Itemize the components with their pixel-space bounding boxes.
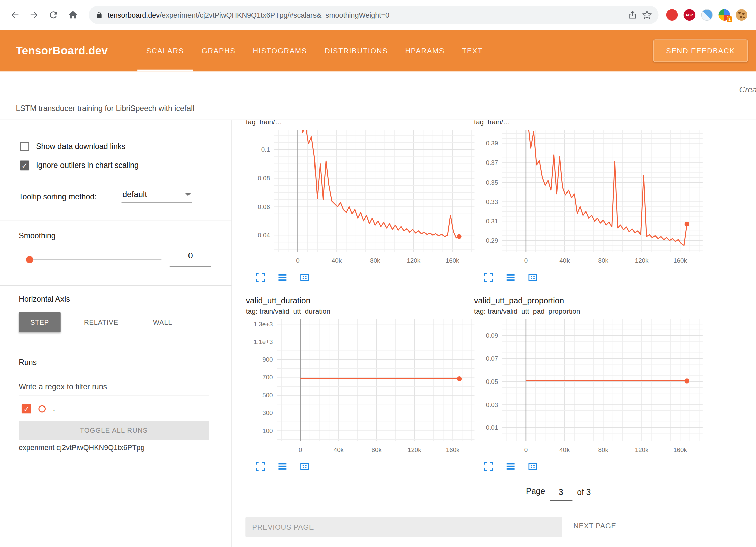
svg-text:0.01: 0.01 xyxy=(486,424,498,431)
smoothing-label: Smoothing xyxy=(19,231,55,240)
run-table-icon[interactable] xyxy=(277,461,288,472)
svg-text:0.29: 0.29 xyxy=(486,237,498,244)
send-feedback-button[interactable]: SEND FEEDBACK xyxy=(653,39,748,62)
previous-page-button[interactable]: PREVIOUS PAGE xyxy=(245,517,562,537)
run-color-swatch-icon xyxy=(38,405,46,412)
tooltip-sorting-value: default xyxy=(122,190,147,199)
page-number-input[interactable] xyxy=(550,487,572,501)
svg-text:80k: 80k xyxy=(370,257,380,264)
expand-chart-icon[interactable] xyxy=(483,271,494,283)
chart-plot[interactable]: 040k80k120k160k0.040.060.080.1 xyxy=(246,127,477,268)
svg-text:500: 500 xyxy=(262,392,273,399)
ignore-outliers-row: ✓ Ignore outliers in chart scaling xyxy=(20,160,139,170)
svg-text:900: 900 xyxy=(262,356,273,363)
tab-distributions[interactable]: DISTRIBUTIONS xyxy=(316,30,397,71)
page-of-label: of 3 xyxy=(577,487,591,498)
chart-plot[interactable]: 040k80k120k160k1003005007009001.1e+31.3e… xyxy=(246,316,477,458)
refresh-icon[interactable] xyxy=(45,7,62,23)
tooltip-sorting-select[interactable]: default xyxy=(122,189,192,203)
sidebar-divider xyxy=(0,220,232,220)
runs-filter-input[interactable] xyxy=(19,378,209,396)
svg-text:1.3e+3: 1.3e+3 xyxy=(254,321,273,328)
adblock-extension-icon[interactable] xyxy=(666,9,678,21)
address-bar[interactable]: tensorboard.dev/experiment/cj2vtPiwQHKN9… xyxy=(89,6,658,24)
svg-text:40k: 40k xyxy=(559,446,570,453)
tab-scalars[interactable]: SCALARS xyxy=(138,30,193,71)
tab-text[interactable]: TEXT xyxy=(453,30,491,71)
fit-domain-icon[interactable] xyxy=(527,271,539,283)
svg-text:80k: 80k xyxy=(598,446,609,453)
run-checkbox[interactable]: ✓ xyxy=(22,404,31,413)
svg-text:0: 0 xyxy=(524,257,528,264)
chart-toolbar xyxy=(246,271,477,283)
next-page-button[interactable]: NEXT PAGE xyxy=(573,521,616,530)
chart-toolbar xyxy=(474,271,705,283)
chart-toolbar xyxy=(474,461,705,472)
svg-text:80k: 80k xyxy=(598,257,609,264)
chart-toolbar xyxy=(246,461,477,472)
chart-tag: tag: train/… xyxy=(246,120,477,127)
svg-text:0.39: 0.39 xyxy=(486,140,498,147)
fit-domain-icon[interactable] xyxy=(299,271,310,283)
page-label: Page xyxy=(526,487,545,497)
chart-plot[interactable]: 040k80k120k160k0.010.030.050.070.09 xyxy=(474,316,705,458)
smoothing-value-input[interactable]: 0 xyxy=(170,247,211,267)
svg-text:0.06: 0.06 xyxy=(258,203,270,210)
cookie-extension-icon[interactable] xyxy=(736,9,747,21)
fit-domain-icon[interactable] xyxy=(527,461,539,472)
run-table-icon[interactable] xyxy=(277,271,288,283)
expand-chart-icon[interactable] xyxy=(255,271,266,283)
fit-domain-icon[interactable] xyxy=(299,461,310,472)
share-icon[interactable] xyxy=(628,10,637,20)
svg-text:1.1e+3: 1.1e+3 xyxy=(254,338,273,345)
clipped-right-text: Crea xyxy=(739,85,756,95)
axis-option-step[interactable]: STEP xyxy=(19,312,60,332)
expand-chart-icon[interactable] xyxy=(255,461,266,472)
tab-histograms[interactable]: HISTOGRAMS xyxy=(244,30,316,71)
chart-tag: tag: train/… xyxy=(474,120,705,127)
chart-plot[interactable]: 040k80k120k160k0.290.310.330.350.370.39 xyxy=(474,127,705,268)
runs-label: Runs xyxy=(19,358,37,367)
svg-text:0.05: 0.05 xyxy=(486,378,498,385)
show-download-label: Show data download links xyxy=(36,142,125,151)
svg-text:0.04: 0.04 xyxy=(258,232,270,239)
run-table-icon[interactable] xyxy=(505,271,516,283)
tab-graphs[interactable]: GRAPHS xyxy=(193,30,244,71)
horizontal-axis-buttons: STEPRELATIVEWALL xyxy=(19,312,184,332)
show-download-row: Show data download links xyxy=(20,142,125,151)
profile-avatar[interactable]: 1 xyxy=(718,9,730,21)
sidebar-divider xyxy=(0,347,232,347)
blue-extension-icon[interactable] xyxy=(701,9,713,21)
svg-text:40k: 40k xyxy=(332,257,342,264)
smoothing-slider-track[interactable] xyxy=(26,259,161,260)
svg-text:160k: 160k xyxy=(446,446,460,453)
svg-text:40k: 40k xyxy=(334,446,344,453)
toggle-all-runs-button[interactable]: TOGGLE ALL RUNS xyxy=(19,421,209,440)
svg-text:40k: 40k xyxy=(559,257,570,264)
lock-icon xyxy=(96,11,103,19)
adblock-plus-extension-icon[interactable]: ABP xyxy=(684,9,696,21)
tab-hparams[interactable]: HPARAMS xyxy=(397,30,453,71)
run-table-icon[interactable] xyxy=(505,461,516,472)
axis-option-relative[interactable]: RELATIVE xyxy=(72,312,130,332)
svg-text:0.07: 0.07 xyxy=(486,355,498,362)
svg-text:0: 0 xyxy=(299,446,302,453)
url-domain: tensorboard.dev xyxy=(108,11,160,19)
svg-text:120k: 120k xyxy=(408,446,421,453)
expand-chart-icon[interactable] xyxy=(483,461,494,472)
svg-text:0.09: 0.09 xyxy=(486,332,498,339)
axis-option-wall[interactable]: WALL xyxy=(141,312,184,332)
svg-text:160k: 160k xyxy=(446,257,459,264)
home-icon[interactable] xyxy=(65,7,81,23)
smoothing-slider-thumb[interactable] xyxy=(26,256,33,263)
svg-text:120k: 120k xyxy=(635,446,649,453)
back-icon[interactable] xyxy=(7,7,23,23)
browser-toolbar: tensorboard.dev/experiment/cj2vtPiwQHKN9… xyxy=(0,0,756,30)
forward-icon[interactable] xyxy=(26,7,42,23)
bookmark-star-icon[interactable] xyxy=(642,10,652,20)
profile-badge: 1 xyxy=(727,16,732,23)
svg-text:0.37: 0.37 xyxy=(486,159,498,166)
ignore-outliers-checkbox[interactable]: ✓ xyxy=(20,160,29,170)
horizontal-axis-label: Horizontal Axis xyxy=(19,295,70,303)
show-download-checkbox[interactable] xyxy=(20,142,29,151)
